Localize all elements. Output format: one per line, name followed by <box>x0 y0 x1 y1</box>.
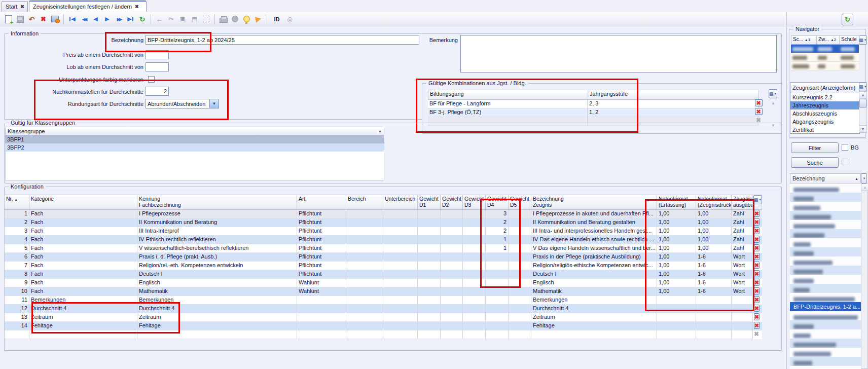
copy-button[interactable]: ▣ <box>177 14 188 24</box>
record-button[interactable] <box>230 14 240 24</box>
scroll-up-icon[interactable]: ▲ <box>771 101 775 105</box>
table-row[interactable]: 11 Bemerkungen Bemerkungen Bemerkungen <box>5 296 762 305</box>
scroll-down-icon[interactable]: ▼ <box>859 125 866 132</box>
delete-row-button[interactable]: ✖ <box>753 305 762 313</box>
column-header-kategorie[interactable]: Kategorie <box>29 195 137 209</box>
list-item[interactable]: Kurszeugnis 2.2 <box>790 93 859 101</box>
delete-row-button[interactable]: ✖ <box>753 296 762 305</box>
delete-row-button[interactable]: ✖ <box>753 279 762 287</box>
scroll-up-icon[interactable]: ▲ <box>861 184 868 191</box>
close-icon[interactable]: ✖ <box>135 4 139 9</box>
table-row[interactable]: 4 Fach IV Ethisch-rechtlich reflektieren… <box>5 236 762 244</box>
delete-row-button[interactable]: ✖ <box>753 244 762 253</box>
new-record-button[interactable] <box>3 14 14 24</box>
table-row[interactable]: 13 Zeitraum Zeitraum Zeitraum ✖ <box>5 313 762 322</box>
delete-row-button[interactable]: ✖ <box>753 262 762 270</box>
list-item[interactable]: 3BFP2 <box>5 143 384 152</box>
list-item[interactable]: Abschlusszeugnis <box>790 109 859 118</box>
prev-record-button[interactable]: ◀ <box>90 14 101 24</box>
column-header-art[interactable]: Art <box>297 195 346 209</box>
delete-row-button[interactable]: ✖ <box>753 313 762 322</box>
column-header-kennung[interactable]: Kennung Fachbezeichnung <box>137 195 297 209</box>
filter-button[interactable]: Filter <box>791 142 839 153</box>
klassengruppe-column-header[interactable]: Klassengruppe ▲ <box>5 127 384 135</box>
column-header-nr[interactable]: Nr. ▲ <box>5 195 29 209</box>
column-options-button[interactable]: ▼ <box>861 173 867 183</box>
column-header-gewicht-d1[interactable]: Gewicht D1 <box>418 195 441 209</box>
table-row[interactable]: ✖ <box>5 330 762 339</box>
column-header-schule[interactable]: Schule <box>840 36 859 44</box>
back-button[interactable]: ← <box>154 14 165 24</box>
column-header-notenformat-erfassung[interactable]: Notenformat (Erfassung) <box>657 195 696 209</box>
undo-button[interactable]: ↶ <box>26 14 37 24</box>
list-item[interactable] <box>790 320 861 329</box>
column-header-gewicht-d5[interactable]: Gewicht D5 <box>509 195 531 209</box>
delete-row-button[interactable]: ✖ <box>753 210 762 218</box>
list-item[interactable] <box>790 329 861 339</box>
select-button[interactable] <box>201 14 211 24</box>
scrollbar-thumb[interactable] <box>859 99 866 108</box>
delete-row-button[interactable]: ✖ <box>753 236 762 244</box>
tab-start[interactable]: Start ✖ <box>2 1 28 12</box>
next-record-button[interactable]: ▶ <box>102 14 113 24</box>
table-row[interactable]: 6 Fach Praxis i. d. Pflege (prakt. Ausb.… <box>5 253 762 262</box>
delete-row-button[interactable]: ✖ <box>753 218 762 227</box>
zeugnisart-scrollbar[interactable]: ▲ ▼ <box>859 91 867 133</box>
table-row[interactable]: 8 Fach Deutsch I Pflichtunt Deutsch I 1,… <box>5 270 762 279</box>
list-item[interactable] <box>790 211 861 220</box>
delete-row-button[interactable]: ✖ <box>753 287 762 296</box>
column-header-bezeichnung-zeugnis[interactable]: Bezeichnung Zeugnis <box>531 195 657 209</box>
list-item[interactable] <box>790 220 861 229</box>
list-item[interactable] <box>790 311 861 320</box>
table-row[interactable]: 9 Fach Englisch Wahlunt Englisch 1,00 1-… <box>5 279 762 287</box>
list-item[interactable]: 3BFP1 <box>5 135 384 143</box>
delete-row-button[interactable]: ✖ <box>753 330 762 339</box>
notify-button[interactable] <box>253 14 264 24</box>
sync-button[interactable]: ↻ <box>842 14 853 25</box>
tab-zeugniseinstellungen[interactable]: Zeugniseinstellungen festlegen / ändern … <box>29 1 147 12</box>
table-row[interactable]: 14 Fehltage Fehltage Fehltage ✖ <box>5 322 762 330</box>
delete-row-button[interactable]: ✖ <box>753 270 762 279</box>
list-item[interactable] <box>790 284 861 293</box>
table-row[interactable] <box>791 45 859 53</box>
bg-checkbox[interactable] <box>842 144 848 151</box>
delete-combination-button[interactable]: ✖ <box>754 108 763 115</box>
bezeichnung-input[interactable] <box>146 35 419 45</box>
bezeichnung-scrollbar[interactable]: ▲ <box>861 183 868 369</box>
paste-button[interactable]: ▤ <box>189 14 200 24</box>
rundungsart-select[interactable]: Abrunden/Abschneiden ▼ <box>146 99 219 108</box>
lob-input[interactable] <box>146 62 169 71</box>
list-item[interactable] <box>790 193 861 202</box>
delete-row-button[interactable]: ✖ <box>753 227 762 236</box>
table-row[interactable]: 1 Fach I Pflegeprozesse Pflichtunt 3 I P… <box>5 210 762 218</box>
column-options-button[interactable]: ▦▼ <box>859 35 867 45</box>
list-item[interactable] <box>790 183 861 193</box>
list-item[interactable] <box>790 348 861 357</box>
table-row[interactable]: 3 Fach III Intra-Interprof Pflichtunt 2 … <box>5 227 762 236</box>
delete-row-button[interactable]: ✖ <box>753 253 762 262</box>
list-item[interactable] <box>790 229 861 238</box>
suche-button[interactable]: Suche <box>791 157 839 168</box>
delete-button[interactable]: ✖ <box>38 14 49 24</box>
table-row[interactable]: BF 3-j. Pflege (Ö,TZ) 1, 2 <box>428 108 758 117</box>
chevron-down-icon[interactable]: ▼ <box>209 99 219 108</box>
column-header-gewicht-d3[interactable]: Gewicht D3 <box>463 195 486 209</box>
list-item[interactable] <box>790 247 861 256</box>
column-header-notenformat-zeugnisdruck[interactable]: Notenformat (Zeugnisdruck) <box>696 195 732 209</box>
column-header-unterbereich[interactable]: Unterbereich <box>383 195 418 209</box>
prev-fast-button[interactable]: ◀◀ <box>79 14 89 24</box>
table-row[interactable] <box>791 62 859 70</box>
cut-button[interactable]: ✂ <box>166 14 176 24</box>
delete-combination-button[interactable]: ✖ <box>754 99 763 106</box>
table-row[interactable] <box>791 53 859 62</box>
column-header-gewicht-d2[interactable]: Gewicht D2 <box>441 195 463 209</box>
list-item[interactable] <box>790 238 861 247</box>
save-button[interactable] <box>15 14 25 24</box>
list-item[interactable]: Jahreszeugnis <box>790 101 859 109</box>
next-fast-button[interactable]: ▶▶ <box>114 14 124 24</box>
close-icon[interactable]: ✖ <box>20 4 24 9</box>
nachkomma-input[interactable] <box>146 87 169 96</box>
column-options-button[interactable]: ▦▼ <box>859 82 867 91</box>
list-item[interactable]: Zertifikat <box>790 126 859 134</box>
unterpunktungen-checkbox[interactable] <box>148 76 155 83</box>
